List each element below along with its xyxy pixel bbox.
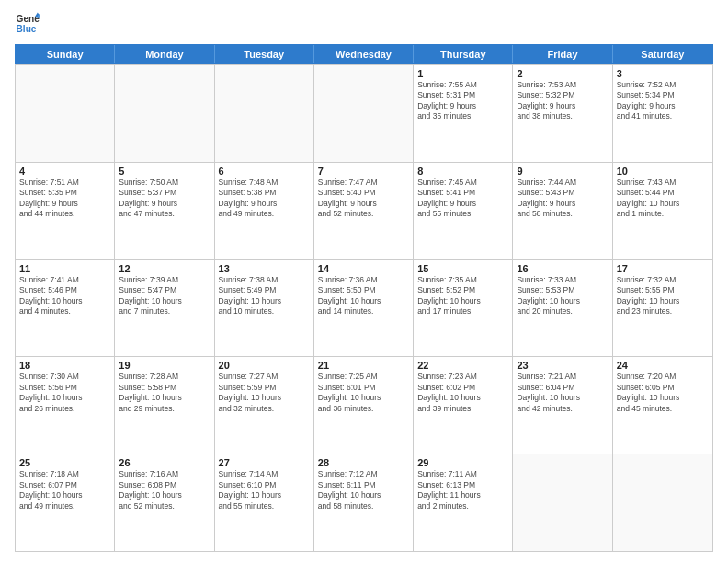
day-number: 28 (318, 457, 409, 468)
day-info: Sunrise: 7:45 AMSunset: 5:41 PMDaylight:… (417, 178, 508, 220)
page: General Blue SundayMondayTuesdayWednesda… (0, 0, 728, 563)
cal-cell: 4Sunrise: 7:51 AMSunset: 5:35 PMDaylight… (16, 163, 115, 259)
weekday-header-thursday: Thursday (414, 45, 513, 63)
day-info: Sunrise: 7:35 AMSunset: 5:52 PMDaylight:… (417, 275, 508, 317)
day-info: Sunrise: 7:28 AMSunset: 5:58 PMDaylight:… (119, 372, 210, 414)
cal-cell: 12Sunrise: 7:39 AMSunset: 5:47 PMDayligh… (115, 260, 214, 357)
cal-cell: 23Sunrise: 7:21 AMSunset: 6:04 PMDayligh… (513, 357, 612, 454)
day-info: Sunrise: 7:18 AMSunset: 6:07 PMDaylight:… (19, 469, 110, 511)
day-info: Sunrise: 7:43 AMSunset: 5:44 PMDaylight:… (617, 178, 709, 220)
cal-cell (513, 454, 612, 551)
day-info: Sunrise: 7:12 AMSunset: 6:11 PMDaylight:… (318, 469, 409, 511)
day-info: Sunrise: 7:38 AMSunset: 5:49 PMDaylight:… (219, 275, 310, 317)
day-number: 23 (517, 360, 608, 371)
day-info: Sunrise: 7:14 AMSunset: 6:10 PMDaylight:… (219, 469, 310, 511)
day-info: Sunrise: 7:47 AMSunset: 5:40 PMDaylight:… (318, 178, 409, 220)
day-number: 9 (517, 166, 608, 177)
cal-cell: 25Sunrise: 7:18 AMSunset: 6:07 PMDayligh… (16, 454, 115, 551)
weekday-header-sunday: Sunday (16, 45, 115, 63)
day-number: 6 (219, 166, 310, 177)
day-number: 12 (119, 263, 210, 274)
cal-cell: 8Sunrise: 7:45 AMSunset: 5:41 PMDaylight… (414, 163, 513, 259)
cal-cell: 18Sunrise: 7:30 AMSunset: 5:56 PMDayligh… (16, 357, 115, 454)
cal-cell: 28Sunrise: 7:12 AMSunset: 6:11 PMDayligh… (314, 454, 414, 551)
cal-cell: 7Sunrise: 7:47 AMSunset: 5:40 PMDaylight… (314, 163, 414, 259)
day-info: Sunrise: 7:48 AMSunset: 5:38 PMDaylight:… (219, 178, 310, 220)
cal-cell: 15Sunrise: 7:35 AMSunset: 5:52 PMDayligh… (414, 260, 513, 357)
day-number: 25 (19, 457, 110, 468)
day-info: Sunrise: 7:30 AMSunset: 5:56 PMDaylight:… (19, 372, 110, 414)
cal-cell: 29Sunrise: 7:11 AMSunset: 6:13 PMDayligh… (414, 454, 513, 551)
cal-row-1: 4Sunrise: 7:51 AMSunset: 5:35 PMDaylight… (16, 162, 712, 259)
day-number: 2 (517, 68, 608, 79)
cal-cell: 17Sunrise: 7:32 AMSunset: 5:55 PMDayligh… (613, 260, 712, 357)
day-info: Sunrise: 7:16 AMSunset: 6:08 PMDaylight:… (119, 469, 210, 511)
day-number: 13 (219, 263, 310, 274)
cal-cell (215, 65, 314, 162)
day-number: 21 (318, 360, 409, 371)
cal-cell: 21Sunrise: 7:25 AMSunset: 6:01 PMDayligh… (314, 357, 414, 454)
day-number: 26 (119, 457, 210, 468)
day-info: Sunrise: 7:25 AMSunset: 6:01 PMDaylight:… (318, 372, 409, 414)
cal-cell: 6Sunrise: 7:48 AMSunset: 5:38 PMDaylight… (215, 163, 314, 259)
day-number: 24 (617, 360, 709, 371)
calendar-header: SundayMondayTuesdayWednesdayThursdayFrid… (15, 44, 713, 64)
cal-cell (115, 65, 214, 162)
day-number: 29 (417, 457, 508, 468)
day-info: Sunrise: 7:44 AMSunset: 5:43 PMDaylight:… (517, 178, 608, 220)
day-number: 7 (318, 166, 409, 177)
cal-cell: 19Sunrise: 7:28 AMSunset: 5:58 PMDayligh… (115, 357, 214, 454)
cal-cell: 22Sunrise: 7:23 AMSunset: 6:02 PMDayligh… (414, 357, 513, 454)
day-number: 5 (119, 166, 210, 177)
header: General Blue (15, 11, 713, 37)
cal-cell: 2Sunrise: 7:53 AMSunset: 5:32 PMDaylight… (513, 65, 612, 162)
weekday-header-wednesday: Wednesday (314, 45, 414, 63)
logo-icon: General Blue (15, 11, 40, 37)
day-info: Sunrise: 7:21 AMSunset: 6:04 PMDaylight:… (517, 372, 608, 414)
calendar: SundayMondayTuesdayWednesdayThursdayFrid… (15, 44, 713, 552)
logo: General Blue (15, 11, 48, 37)
day-number: 14 (318, 263, 409, 274)
weekday-header-saturday: Saturday (613, 45, 712, 63)
day-info: Sunrise: 7:11 AMSunset: 6:13 PMDaylight:… (417, 469, 508, 511)
day-number: 3 (617, 68, 709, 79)
cal-cell: 14Sunrise: 7:36 AMSunset: 5:50 PMDayligh… (314, 260, 414, 357)
day-info: Sunrise: 7:23 AMSunset: 6:02 PMDaylight:… (417, 372, 508, 414)
cal-cell: 10Sunrise: 7:43 AMSunset: 5:44 PMDayligh… (613, 163, 712, 259)
cal-row-0: 1Sunrise: 7:55 AMSunset: 5:31 PMDaylight… (16, 64, 712, 162)
day-number: 16 (517, 263, 608, 274)
cal-cell: 27Sunrise: 7:14 AMSunset: 6:10 PMDayligh… (215, 454, 314, 551)
day-info: Sunrise: 7:39 AMSunset: 5:47 PMDaylight:… (119, 275, 210, 317)
cal-cell (613, 454, 712, 551)
day-number: 8 (417, 166, 508, 177)
day-number: 1 (417, 68, 508, 79)
cal-cell (16, 65, 115, 162)
cal-cell: 1Sunrise: 7:55 AMSunset: 5:31 PMDaylight… (414, 65, 513, 162)
day-number: 18 (19, 360, 110, 371)
day-number: 19 (119, 360, 210, 371)
day-number: 20 (219, 360, 310, 371)
day-number: 17 (617, 263, 709, 274)
day-number: 15 (417, 263, 508, 274)
cal-cell: 11Sunrise: 7:41 AMSunset: 5:46 PMDayligh… (16, 260, 115, 357)
cal-cell: 9Sunrise: 7:44 AMSunset: 5:43 PMDaylight… (513, 163, 612, 259)
weekday-header-monday: Monday (115, 45, 214, 63)
cal-row-3: 18Sunrise: 7:30 AMSunset: 5:56 PMDayligh… (16, 356, 712, 454)
day-number: 4 (19, 166, 110, 177)
cal-row-2: 11Sunrise: 7:41 AMSunset: 5:46 PMDayligh… (16, 259, 712, 357)
day-info: Sunrise: 7:41 AMSunset: 5:46 PMDaylight:… (19, 275, 110, 317)
day-number: 27 (219, 457, 310, 468)
day-number: 11 (19, 263, 110, 274)
day-info: Sunrise: 7:50 AMSunset: 5:37 PMDaylight:… (119, 178, 210, 220)
day-info: Sunrise: 7:32 AMSunset: 5:55 PMDaylight:… (617, 275, 709, 317)
cal-cell: 20Sunrise: 7:27 AMSunset: 5:59 PMDayligh… (215, 357, 314, 454)
day-info: Sunrise: 7:33 AMSunset: 5:53 PMDaylight:… (517, 275, 608, 317)
cal-cell: 24Sunrise: 7:20 AMSunset: 6:05 PMDayligh… (613, 357, 712, 454)
day-info: Sunrise: 7:27 AMSunset: 5:59 PMDaylight:… (219, 372, 310, 414)
weekday-header-tuesday: Tuesday (215, 45, 314, 63)
day-info: Sunrise: 7:51 AMSunset: 5:35 PMDaylight:… (19, 178, 110, 220)
day-info: Sunrise: 7:52 AMSunset: 5:34 PMDaylight:… (617, 80, 709, 122)
cal-cell: 16Sunrise: 7:33 AMSunset: 5:53 PMDayligh… (513, 260, 612, 357)
cal-row-4: 25Sunrise: 7:18 AMSunset: 6:07 PMDayligh… (16, 454, 712, 551)
day-info: Sunrise: 7:53 AMSunset: 5:32 PMDaylight:… (517, 80, 608, 122)
